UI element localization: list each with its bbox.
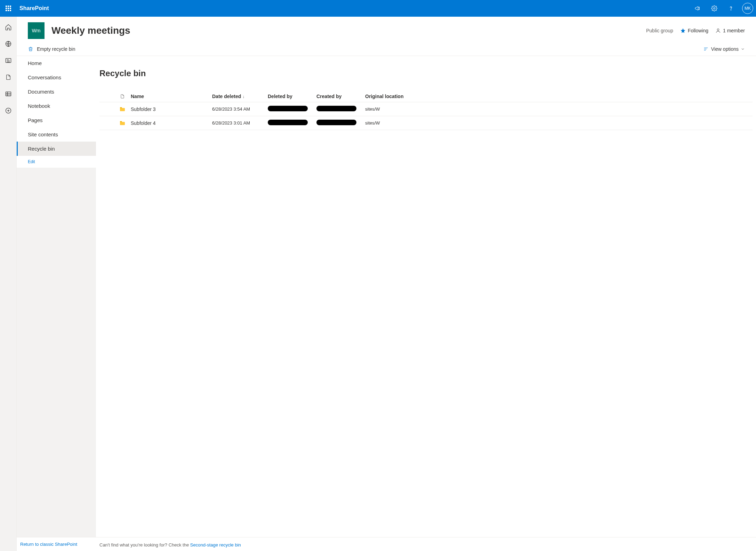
global-nav-rail (0, 17, 17, 551)
folder-icon (119, 107, 126, 112)
star-icon (680, 28, 686, 33)
svg-point-1 (731, 10, 731, 10)
folder-icon (119, 121, 126, 126)
view-options-label: View options (711, 46, 739, 52)
nav-documents[interactable]: Documents (17, 85, 96, 99)
settings-button[interactable] (706, 0, 723, 17)
nav-pages[interactable]: Pages (17, 113, 96, 127)
nav-conversations[interactable]: Conversations (17, 70, 96, 85)
list-icon (5, 90, 12, 97)
command-bar: Empty recycle bin View options (17, 43, 756, 56)
following-label: Following (688, 28, 708, 33)
rail-home-button[interactable] (5, 24, 12, 31)
following-button[interactable]: Following (680, 28, 708, 33)
megaphone-button[interactable] (689, 0, 706, 17)
recycle-bin-table: Name Date deleted↓ Deleted by Created by… (99, 91, 753, 130)
site-header: Wm Weekly meetings Public group Followin… (17, 17, 756, 43)
home-icon (5, 24, 12, 31)
rail-files-button[interactable] (5, 74, 11, 81)
footer-text: Can't find what you're looking for? Chec… (99, 542, 190, 548)
nav-notebook[interactable]: Notebook (17, 99, 96, 113)
row-name[interactable]: Subfolder 4 (129, 120, 212, 126)
rail-create-button[interactable] (5, 107, 12, 114)
globe-icon (5, 40, 12, 47)
row-deleted-by (268, 106, 316, 112)
return-classic-link[interactable]: Return to classic SharePoint (17, 537, 96, 551)
col-created-by-header[interactable]: Created by (316, 94, 365, 99)
col-name-header[interactable]: Name (129, 94, 212, 99)
chevron-down-icon (741, 47, 745, 51)
help-icon (728, 5, 734, 11)
nav-spacer (17, 168, 96, 537)
view-options-icon (703, 47, 709, 51)
row-original-location: sites/W (365, 106, 753, 112)
nav-home[interactable]: Home (17, 56, 96, 70)
svg-point-6 (717, 29, 719, 31)
row-date-deleted: 6/28/2023 3:01 AM (212, 120, 268, 126)
svg-point-0 (714, 8, 715, 9)
rail-lists-button[interactable] (5, 90, 12, 97)
app-name-label[interactable]: SharePoint (17, 5, 49, 11)
nav-edit-link[interactable]: Edit (17, 156, 96, 168)
table-header-row: Name Date deleted↓ Deleted by Created by… (99, 91, 753, 102)
help-button[interactable] (723, 0, 739, 17)
nav-site-contents[interactable]: Site contents (17, 127, 96, 142)
view-options-button[interactable]: View options (703, 46, 745, 52)
page-footer: Can't find what you're looking for? Chec… (96, 537, 756, 551)
col-original-location-header[interactable]: Original location (365, 94, 753, 99)
table-row[interactable]: Subfolder 4 6/28/2023 3:01 AM sites/W (99, 116, 753, 130)
suite-header: SharePoint MK (0, 0, 756, 17)
megaphone-icon (694, 5, 701, 11)
rail-sites-button[interactable] (5, 40, 12, 47)
row-original-location: sites/W (365, 120, 753, 126)
members-label: 1 member (723, 28, 745, 33)
plus-circle-icon (5, 107, 12, 114)
empty-recycle-bin-label: Empty recycle bin (37, 46, 75, 52)
trash-icon (28, 46, 33, 52)
col-deleted-by-header[interactable]: Deleted by (268, 94, 316, 99)
site-nav: Home Conversations Documents Notebook Pa… (17, 56, 96, 551)
nav-recycle-bin[interactable]: Recycle bin (17, 142, 96, 156)
file-icon (5, 74, 11, 81)
sort-desc-icon: ↓ (242, 94, 244, 99)
row-type-icon (116, 121, 129, 126)
group-type-label: Public group (646, 28, 673, 33)
gear-icon (711, 5, 717, 11)
row-date-deleted: 6/28/2023 3:54 AM (212, 106, 268, 112)
person-icon (715, 28, 721, 33)
waffle-icon (6, 6, 11, 11)
second-stage-link[interactable]: Second-stage recycle bin (190, 542, 241, 548)
row-deleted-by (268, 120, 316, 126)
row-name[interactable]: Subfolder 3 (129, 106, 212, 112)
row-created-by (316, 120, 365, 126)
empty-recycle-bin-button[interactable]: Empty recycle bin (28, 46, 75, 52)
rail-news-button[interactable] (5, 57, 12, 64)
user-avatar[interactable]: MK (742, 3, 753, 14)
app-launcher-button[interactable] (0, 6, 17, 11)
site-title[interactable]: Weekly meetings (51, 25, 130, 36)
members-button[interactable]: 1 member (715, 28, 745, 33)
news-icon (5, 57, 12, 64)
row-created-by (316, 106, 365, 112)
svg-rect-4 (6, 92, 11, 96)
site-logo[interactable]: Wm (28, 22, 45, 39)
page-title: Recycle bin (99, 69, 753, 78)
table-row[interactable]: Subfolder 3 6/28/2023 3:54 AM sites/W (99, 102, 753, 116)
page-content: Recycle bin Name Date deleted↓ Deleted b… (96, 56, 756, 551)
row-type-icon (116, 107, 129, 112)
col-date-deleted-header[interactable]: Date deleted↓ (212, 94, 268, 99)
col-type-icon[interactable] (116, 94, 129, 99)
file-type-icon (120, 94, 125, 99)
